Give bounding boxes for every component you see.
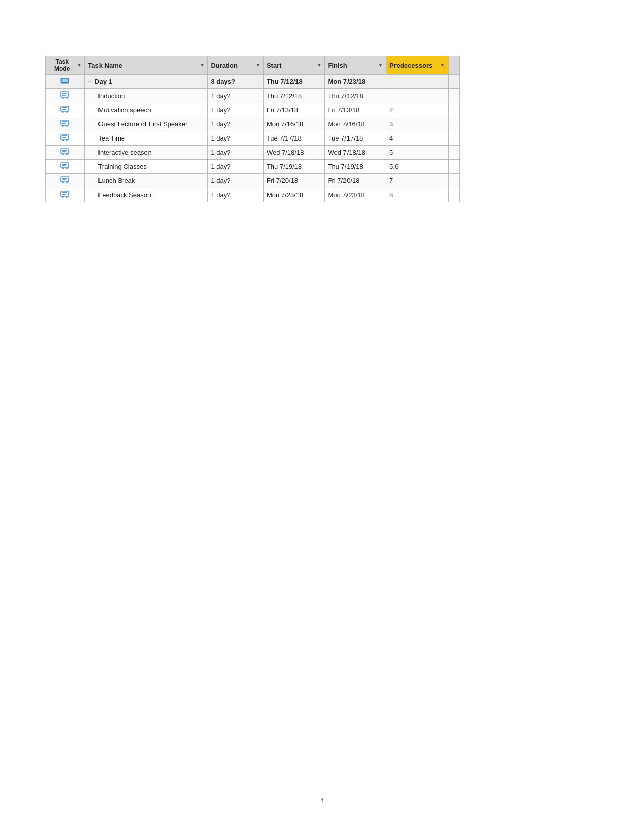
task-name-cell: Motivation speech — [85, 103, 208, 117]
collapse-icon[interactable]: − — [88, 79, 91, 85]
task-name-cell: Interactive season — [85, 146, 208, 160]
predecessors-cell: 2 — [386, 103, 448, 117]
finish-cell: Mon 7/23/18 — [325, 188, 386, 202]
start-cell: Mon 7/16/18 — [263, 117, 325, 131]
start-cell: Wed 7/18/18 — [263, 146, 325, 160]
finish-dropdown-icon[interactable]: ▼ — [378, 63, 383, 68]
table-row: Guest Lecture of First Speaker1 day?Mon … — [46, 117, 460, 131]
svg-rect-32 — [62, 165, 66, 166]
task-name-cell: Lunch Break — [85, 174, 208, 188]
svg-rect-31 — [62, 164, 67, 165]
duration-dropdown-icon[interactable]: ▼ — [256, 63, 260, 68]
extra-cell-summary — [448, 75, 459, 89]
task-name-cell: Feedback Season — [85, 188, 208, 202]
table-row: Training Classes1 day?Thu 7/19/18Thu 7/1… — [46, 160, 460, 174]
duration-cell: 1 day? — [208, 117, 263, 131]
predecessors-cell-summary — [386, 75, 448, 89]
start-cell: Mon 7/23/18 — [263, 188, 325, 202]
task-mode-icon — [60, 133, 70, 142]
start-cell: Fri 7/20/18 — [263, 174, 325, 188]
task-name-dropdown-icon[interactable]: ▼ — [200, 63, 205, 68]
svg-point-15 — [66, 125, 68, 127]
extra-cell — [448, 117, 459, 131]
svg-rect-2 — [62, 79, 68, 82]
svg-point-5 — [66, 97, 68, 99]
start-cell: Thu 7/19/18 — [263, 160, 325, 174]
task-mode-cell — [46, 117, 85, 131]
svg-rect-21 — [62, 135, 67, 136]
extra-cell — [448, 103, 459, 117]
task-name-cell: Induction — [85, 89, 208, 103]
task-name-cell: Guest Lecture of First Speaker — [85, 117, 208, 131]
table-row: Lunch Break1 day?Fri 7/20/18Fri 7/20/187 — [46, 174, 460, 188]
duration-cell: 1 day? — [208, 131, 263, 146]
col-header-start[interactable]: Start ▼ — [263, 56, 325, 75]
start-cell: Fri 7/13/18 — [263, 103, 325, 117]
svg-point-40 — [66, 196, 68, 198]
extra-cell — [448, 188, 459, 202]
finish-cell: Thu 7/19/18 — [325, 160, 386, 174]
table-row: Tea Time1 day?Tue 7/17/18Tue 7/17/184 — [46, 131, 460, 146]
task-mode-icon — [60, 105, 70, 113]
task-mode-dropdown-icon[interactable]: ▼ — [77, 63, 81, 68]
start-dropdown-icon[interactable]: ▼ — [317, 63, 322, 68]
predecessors-cell — [386, 89, 448, 103]
finish-cell: Wed 7/18/18 — [325, 146, 386, 160]
svg-point-29 — [62, 167, 64, 169]
svg-point-4 — [62, 97, 64, 99]
predecessors-cell: 3 — [386, 117, 448, 131]
svg-rect-36 — [62, 178, 67, 179]
duration-cell: 1 day? — [208, 160, 263, 174]
table-row-summary: − Day 1 8 days? Thu 7/12/18 Mon 7/23/18 — [46, 75, 460, 89]
extra-cell — [448, 174, 459, 188]
svg-point-20 — [66, 139, 68, 141]
col-header-task-name[interactable]: Task Name ▼ — [85, 56, 208, 75]
predecessors-cell: 5,6 — [386, 160, 448, 174]
finish-cell: Tue 7/17/18 — [325, 131, 386, 146]
svg-rect-22 — [62, 137, 66, 138]
svg-rect-42 — [62, 194, 66, 195]
svg-rect-6 — [62, 93, 67, 94]
task-mode-cell — [46, 103, 85, 117]
col-header-task-mode[interactable]: Task Mode ▼ — [46, 56, 85, 75]
task-mode-icon — [60, 91, 70, 99]
col-header-extra — [448, 56, 459, 75]
svg-rect-12 — [62, 109, 66, 110]
svg-point-24 — [62, 153, 64, 155]
predecessors-cell: 4 — [386, 131, 448, 146]
svg-rect-37 — [62, 179, 66, 180]
predecessors-cell: 8 — [386, 188, 448, 202]
svg-rect-7 — [62, 95, 66, 96]
extra-cell — [448, 89, 459, 103]
task-mode-icon — [60, 119, 70, 127]
task-mode-cell — [46, 89, 85, 103]
col-header-duration[interactable]: Duration ▼ — [208, 56, 263, 75]
task-mode-icon — [60, 176, 70, 184]
start-cell: Thu 7/12/18 — [263, 89, 325, 103]
extra-cell — [448, 131, 459, 146]
col-header-finish[interactable]: Finish ▼ — [325, 56, 386, 75]
duration-cell: 1 day? — [208, 89, 263, 103]
task-mode-cell — [46, 174, 85, 188]
predecessors-dropdown-icon[interactable]: ▼ — [440, 63, 445, 68]
svg-point-30 — [66, 167, 68, 169]
svg-point-39 — [62, 196, 64, 198]
svg-rect-41 — [62, 192, 67, 193]
predecessors-cell: 7 — [386, 174, 448, 188]
start-cell: Tue 7/17/18 — [263, 131, 325, 146]
table-row: Feedback Season1 day?Mon 7/23/18Mon 7/23… — [46, 188, 460, 202]
task-name-cell: Tea Time — [85, 131, 208, 146]
table-row: Motivation speech1 day?Fri 7/13/18Fri 7/… — [46, 103, 460, 117]
start-cell-summary: Thu 7/12/18 — [263, 75, 325, 89]
task-mode-cell — [46, 160, 85, 174]
svg-point-34 — [62, 181, 64, 183]
task-mode-cell — [46, 146, 85, 160]
task-mode-cell-summary — [46, 75, 85, 89]
svg-point-25 — [66, 153, 68, 155]
duration-cell: 1 day? — [208, 188, 263, 202]
predecessors-cell: 5 — [386, 146, 448, 160]
duration-cell: 1 day? — [208, 146, 263, 160]
duration-cell-summary: 8 days? — [208, 75, 263, 89]
svg-point-14 — [62, 125, 64, 127]
col-header-predecessors[interactable]: Predecessors ▼ — [386, 56, 448, 75]
